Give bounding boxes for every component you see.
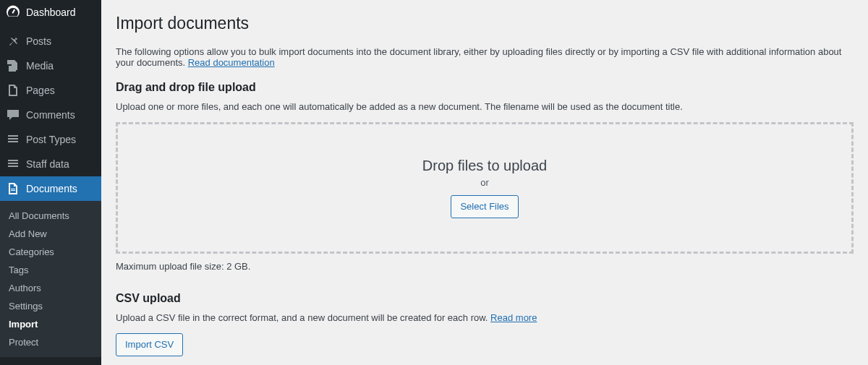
sidebar-item-media[interactable]: Media: [0, 53, 101, 78]
comment-icon: [6, 108, 20, 122]
sidebar-item-posts[interactable]: Posts: [0, 29, 101, 53]
sidebar-submenu: All Documents Add New Categories Tags Au…: [0, 201, 101, 357]
dropzone-title: Drop files to upload: [422, 158, 547, 174]
sidebar-label: Staff data: [26, 158, 69, 170]
pages-icon: [6, 83, 20, 98]
drag-drop-heading: Drag and drop file upload: [116, 81, 854, 94]
import-csv-button[interactable]: Import CSV: [116, 333, 183, 356]
sidebar-label: Post Types: [26, 134, 76, 145]
list-icon: [6, 362, 20, 365]
csv-upload-description: Upload a CSV file in the correct format,…: [116, 312, 854, 323]
list-icon: [6, 132, 20, 147]
read-documentation-link[interactable]: Read documentation: [188, 57, 275, 68]
csv-upload-heading: CSV upload: [116, 292, 854, 305]
submenu-add-new[interactable]: Add New: [0, 225, 101, 243]
max-upload-size: Maximum upload file size: 2 GB.: [116, 261, 854, 272]
sidebar-item-documents[interactable]: Documents: [0, 176, 101, 201]
submenu-all-documents[interactable]: All Documents: [0, 207, 101, 225]
sidebar-item-dashboard[interactable]: Dashboard: [0, 0, 101, 25]
dropzone-or: or: [480, 177, 489, 188]
sidebar-label: Comments: [26, 109, 75, 121]
sidebar-item-post-tables[interactable]: Post Tables: [0, 357, 101, 365]
dashboard-icon: [6, 5, 20, 20]
pin-icon: [6, 34, 20, 48]
drag-drop-description: Upload one or more files, and each one w…: [116, 101, 854, 112]
submenu-settings[interactable]: Settings: [0, 297, 101, 315]
sidebar-item-staff-data[interactable]: Staff data: [0, 152, 101, 176]
sidebar-label: Pages: [26, 85, 55, 96]
read-more-link[interactable]: Read more: [490, 312, 537, 323]
document-icon: [6, 181, 20, 196]
select-files-button[interactable]: Select Files: [451, 195, 518, 218]
page-title: Import documents: [116, 7, 854, 36]
csv-desc-text: Upload a CSV file in the correct format,…: [116, 312, 490, 323]
sidebar-item-comments[interactable]: Comments: [0, 103, 101, 127]
file-dropzone[interactable]: Drop files to upload or Select Files: [116, 122, 854, 254]
submenu-tags[interactable]: Tags: [0, 261, 101, 279]
sidebar-item-pages[interactable]: Pages: [0, 78, 101, 103]
submenu-authors[interactable]: Authors: [0, 279, 101, 297]
list-icon: [6, 157, 20, 171]
submenu-protect[interactable]: Protect: [0, 333, 101, 351]
submenu-import[interactable]: Import: [0, 315, 101, 333]
sidebar-item-post-types[interactable]: Post Types: [0, 127, 101, 152]
sidebar-label: Documents: [26, 183, 77, 194]
sidebar-label: Media: [26, 60, 54, 72]
submenu-categories[interactable]: Categories: [0, 243, 101, 261]
sidebar-label: Posts: [26, 35, 51, 47]
sidebar-label: Dashboard: [26, 7, 76, 18]
media-icon: [6, 59, 20, 73]
intro-paragraph: The following options allow you to bulk …: [116, 46, 854, 68]
admin-sidebar: Dashboard Posts Media Pages Comments Pos…: [0, 0, 101, 365]
main-content: Import documents The following options a…: [101, 0, 868, 365]
